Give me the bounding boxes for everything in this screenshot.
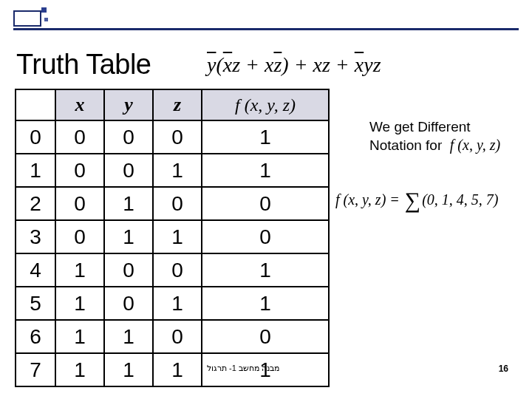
cell-x: 0 [56, 221, 105, 253]
cell-z: 0 [154, 321, 202, 352]
cell-f: 1 [202, 121, 330, 153]
row-index: 6 [16, 321, 56, 352]
cell-z: 1 [154, 221, 202, 253]
cell-z: 1 [154, 354, 202, 386]
table-row: 71111 [16, 354, 330, 387]
table-row: 10011 [16, 154, 330, 188]
row-index: 2 [16, 188, 56, 219]
row-index: 7 [16, 354, 56, 386]
header-y: y [105, 90, 154, 120]
header-blank [16, 90, 56, 120]
table-row: 61100 [16, 321, 330, 354]
table-row: 20100 [16, 188, 330, 221]
row-index: 1 [16, 154, 56, 186]
cell-y: 1 [105, 321, 154, 352]
corner-decoration [13, 10, 41, 27]
table-header-row: x y z f (x, y, z) [16, 90, 330, 121]
cell-f: 1 [202, 154, 330, 186]
row-index: 0 [16, 121, 56, 153]
side-note-line1: We get Different [369, 119, 471, 134]
table-row: 30110 [16, 221, 330, 254]
cell-x: 0 [56, 121, 105, 153]
cell-z: 0 [154, 121, 202, 153]
row-index: 4 [16, 254, 56, 286]
horizontal-rule [13, 28, 519, 30]
sum-of-products: f (x, y, z) = ∑(0, 1, 4, 5, 7) [335, 185, 499, 210]
header-x: x [56, 90, 105, 120]
corner-square-small [44, 18, 48, 21]
sop-list: (0, 1, 4, 5, 7) [422, 191, 498, 208]
cell-f: 1 [202, 254, 330, 286]
cell-y: 0 [105, 287, 154, 319]
row-index: 5 [16, 287, 56, 319]
truth-table: x y z f (x, y, z) 0000110011201003011041… [15, 89, 330, 387]
cell-y: 0 [105, 121, 154, 153]
cell-y: 1 [105, 221, 154, 253]
cell-x: 1 [56, 354, 105, 386]
cell-f: 0 [202, 221, 330, 253]
side-note-fn: f (x, y, z) [450, 137, 500, 153]
sigma-symbol: ∑ [403, 188, 422, 212]
table-row: 51011 [16, 287, 330, 321]
cell-z: 0 [154, 188, 202, 219]
cell-x: 1 [56, 287, 105, 319]
cell-y: 0 [105, 254, 154, 286]
page-title: Truth Table [16, 49, 151, 81]
cell-z: 0 [154, 254, 202, 286]
table-row: 00001 [16, 121, 330, 154]
cell-y: 0 [105, 154, 154, 186]
cell-y: 1 [105, 188, 154, 219]
footer-text: מבנה מחשב 1- תרגול [207, 364, 279, 373]
cell-x: 1 [56, 321, 105, 352]
cell-x: 1 [56, 254, 105, 286]
boolean-expression: y(xz + xz) + xz + xyz [207, 53, 381, 77]
page-number: 16 [499, 364, 508, 374]
cell-z: 1 [154, 154, 202, 186]
table-row: 41001 [16, 254, 330, 287]
sop-lhs: f (x, y, z) = [335, 191, 403, 208]
cell-x: 0 [56, 154, 105, 186]
cell-f: 0 [202, 188, 330, 219]
cell-f: 1 [202, 287, 330, 319]
side-note-line2: Notation for [369, 137, 442, 153]
corner-square [41, 7, 47, 13]
header-z: z [154, 90, 202, 120]
cell-f: 0 [202, 321, 330, 352]
header-f: f (x, y, z) [202, 90, 330, 120]
cell-z: 1 [154, 287, 202, 319]
cell-y: 1 [105, 354, 154, 386]
cell-x: 0 [56, 188, 105, 219]
row-index: 3 [16, 221, 56, 253]
side-note: We get Different Notation for f (x, y, z… [369, 118, 517, 154]
